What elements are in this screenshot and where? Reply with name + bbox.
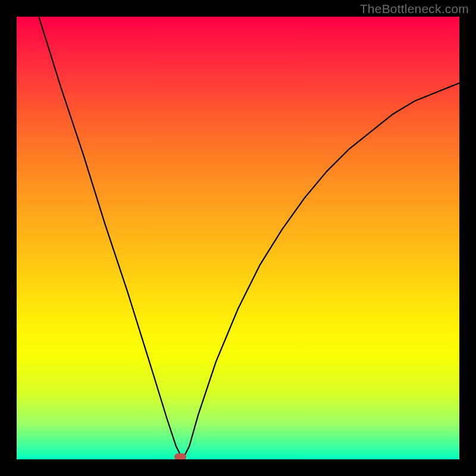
bottleneck-curve [17,17,459,459]
watermark-text: TheBottleneck.com [360,2,469,16]
optimal-point-marker [174,453,186,459]
plot-area [17,17,459,459]
chart-frame: TheBottleneck.com [0,0,476,476]
